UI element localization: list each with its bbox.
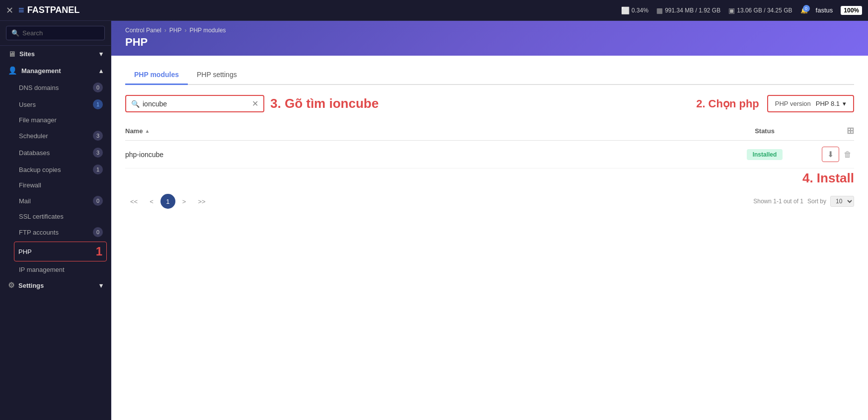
notifications[interactable]: 🔔 0 — [800, 7, 808, 14]
settings-label: Settings — [18, 282, 44, 289]
ftp-badge: 0 — [93, 227, 103, 237]
topbar-left: ✕ ≡ FASTPANEL — [6, 4, 79, 16]
first-page-button[interactable]: << — [125, 195, 143, 208]
topbar: ✕ ≡ FASTPANEL ⬜ 0.34% ▦ 991.34 MB / 1.92… — [0, 0, 868, 21]
table-row: php-ioncube Installed ⬇ 🗑 — [125, 141, 854, 168]
trash-icon: 🗑 — [844, 150, 852, 159]
breadcrumb: Control Panel › PHP › PHP modules — [125, 27, 854, 34]
current-page-button[interactable]: 1 — [160, 194, 175, 209]
management-chevron-icon: ▴ — [99, 67, 103, 75]
sidebar-group-management[interactable]: 👤 Management ▴ — [0, 62, 111, 79]
module-actions: ⬇ 🗑 — [804, 147, 854, 162]
scheduler-label: Scheduler — [19, 132, 48, 140]
sidebar-item-scheduler[interactable]: Scheduler 3 — [0, 127, 111, 144]
zoom-level: 100% — [841, 6, 862, 15]
module-search-input[interactable] — [143, 100, 252, 108]
sidebar-group-sites[interactable]: 🖥 Sites ▾ — [0, 46, 111, 62]
php-version-wrap: PHP version PHP 8.1 ▾ — [767, 95, 854, 112]
pagination-info: Shown 1-1 out of 1 Sort by 10 25 50 — [753, 196, 854, 207]
backup-label: Backup copies — [19, 166, 61, 173]
sidebar-item-file-manager[interactable]: File manager — [0, 113, 111, 127]
per-page-select[interactable]: 10 25 50 — [830, 196, 854, 207]
memory-stat: ▦ 991.34 MB / 1.92 GB — [656, 6, 720, 14]
breadcrumb-control-panel[interactable]: Control Panel — [125, 27, 161, 34]
modules-table: Name ▲ Status ⊞ php-ioncube — [125, 121, 854, 168]
grid-view-icon[interactable]: ⊞ — [847, 125, 854, 136]
sites-icon: 🖥 — [8, 50, 15, 58]
username: fastus — [816, 6, 833, 14]
step4-label: 4. Install — [802, 170, 854, 186]
tab-php-settings[interactable]: PHP settings — [188, 66, 246, 85]
dns-label: DNS domains — [19, 84, 59, 91]
filter-row: 🔍 ✕ 3. Gõ tìm ioncube 2. Chọn php PHP ve… — [125, 95, 854, 112]
filter-left: 🔍 ✕ 3. Gõ tìm ioncube — [125, 95, 379, 112]
sidebar-item-php[interactable]: PHP 1 — [14, 242, 107, 261]
delete-button[interactable]: 🗑 — [841, 148, 854, 162]
sidebar-item-mail[interactable]: Mail 0 — [0, 192, 111, 209]
module-status: Installed — [725, 149, 804, 160]
clear-search-icon[interactable]: ✕ — [252, 99, 258, 108]
ssl-label: SSL certificates — [19, 213, 64, 220]
users-badge: 1 — [93, 99, 103, 109]
tabs: PHP modules PHP settings — [125, 66, 854, 85]
topbar-right: ⬜ 0.34% ▦ 991.34 MB / 1.92 GB ▣ 13.06 GB… — [621, 6, 862, 15]
search-box[interactable]: 🔍 — [6, 26, 105, 40]
logo-icon: ≡ — [18, 4, 24, 16]
name-col-label: Name — [125, 127, 143, 135]
sidebar-item-ftp[interactable]: FTP accounts 0 — [0, 224, 111, 241]
sidebar-item-dns-domains[interactable]: DNS domains 0 — [0, 79, 111, 96]
step3-label: 3. Gõ tìm ioncube — [270, 96, 379, 111]
mail-label: Mail — [19, 197, 31, 205]
install-button[interactable]: ⬇ — [822, 147, 839, 162]
status-badge: Installed — [747, 149, 783, 160]
col-name-header: Name ▲ — [125, 127, 725, 135]
sidebar-item-ip-management[interactable]: IP management — [0, 262, 111, 277]
module-search-wrap: 🔍 ✕ — [125, 95, 264, 112]
page-title: PHP — [125, 36, 854, 49]
table-header: Name ▲ Status ⊞ — [125, 121, 854, 141]
disk-stat: ▣ 13.06 GB / 34.25 GB — [728, 6, 792, 14]
php-version-label: PHP version — [775, 100, 811, 107]
sidebar-item-databases[interactable]: Databases 3 — [0, 144, 111, 161]
status-col-label: Status — [755, 127, 775, 135]
scheduler-badge: 3 — [93, 131, 103, 141]
php-version-select[interactable]: PHP 8.1 ▾ — [816, 100, 846, 107]
close-icon[interactable]: ✕ — [6, 5, 13, 16]
prev-page-button[interactable]: < — [145, 195, 158, 208]
breadcrumb-php[interactable]: PHP — [169, 27, 182, 34]
disk-value: 13.06 GB / 34.25 GB — [737, 7, 792, 14]
dns-badge: 0 — [93, 83, 103, 92]
management-label: Management — [21, 67, 61, 75]
tab-php-modules[interactable]: PHP modules — [125, 66, 188, 85]
sidebar-item-users[interactable]: Users 1 — [0, 96, 111, 113]
page-buttons: << < 1 > >> — [125, 194, 211, 209]
search-input[interactable] — [22, 29, 99, 37]
content-area: Control Panel › PHP › PHP modules PHP PH… — [111, 21, 868, 420]
search-icon: 🔍 — [11, 29, 19, 37]
backup-badge: 1 — [93, 165, 103, 174]
php-label: PHP — [18, 248, 32, 255]
management-icon: 👤 — [8, 66, 17, 75]
next-page-button[interactable]: > — [177, 195, 191, 208]
firewall-label: Firewall — [19, 181, 41, 189]
filter-right: 2. Chọn php PHP version PHP 8.1 ▾ — [696, 95, 854, 112]
page-body: PHP modules PHP settings 🔍 ✕ 3. Gõ tìm i… — [111, 56, 868, 420]
step4-area: 4. Install — [125, 170, 854, 186]
sidebar-item-firewall[interactable]: Firewall — [0, 178, 111, 192]
logo: ≡ FASTPANEL — [18, 4, 79, 16]
main-layout: 🔍 🖥 Sites ▾ 👤 Management ▴ DNS domains 0 — [0, 21, 868, 420]
cpu-icon: ⬜ — [621, 6, 630, 14]
sites-chevron-icon: ▾ — [99, 50, 103, 58]
databases-badge: 3 — [93, 148, 103, 158]
sidebar-item-backup[interactable]: Backup copies 1 — [0, 161, 111, 178]
notification-count: 0 — [803, 5, 810, 12]
memory-icon: ▦ — [656, 6, 663, 14]
settings-chevron-icon: ▾ — [99, 282, 103, 289]
breadcrumb-sep1: › — [164, 27, 166, 34]
module-name-value: php-ioncube — [125, 151, 163, 159]
sidebar-item-ssl[interactable]: SSL certificates — [0, 209, 111, 224]
last-page-button[interactable]: >> — [193, 195, 210, 208]
mail-badge: 0 — [93, 196, 103, 206]
sidebar-group-settings[interactable]: ⚙ Settings ▾ — [0, 277, 111, 294]
sort-arrow-icon[interactable]: ▲ — [145, 128, 150, 134]
